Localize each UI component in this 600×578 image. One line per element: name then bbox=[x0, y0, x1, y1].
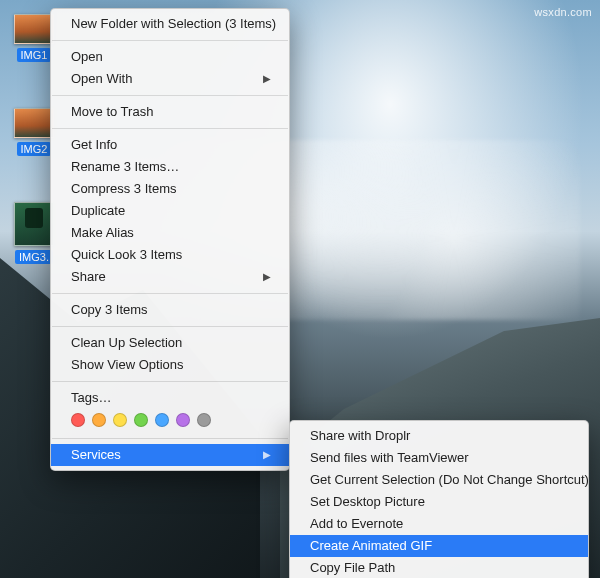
menu-copy[interactable]: Copy 3 Items bbox=[51, 299, 289, 321]
service-create-gif[interactable]: Create Animated GIF bbox=[290, 535, 588, 557]
menu-share[interactable]: Share▶ bbox=[51, 266, 289, 288]
menu-separator bbox=[52, 293, 288, 294]
menu-label: Duplicate bbox=[71, 202, 125, 220]
file-thumbnail bbox=[14, 202, 54, 246]
menu-label: Get Current Selection (Do Not Change Sho… bbox=[310, 471, 589, 489]
menu-label: Open With bbox=[71, 70, 132, 88]
menu-label: Set Desktop Picture bbox=[310, 493, 425, 511]
menu-label: Share bbox=[71, 268, 106, 286]
menu-label: Open bbox=[71, 48, 103, 66]
tag-dot-yellow[interactable] bbox=[113, 413, 127, 427]
menu-label: Move to Trash bbox=[71, 103, 153, 121]
file-label: IMG3. bbox=[15, 250, 53, 264]
context-menu: New Folder with Selection (3 Items) Open… bbox=[50, 8, 290, 471]
watermark-text: wsxdn.com bbox=[534, 6, 592, 18]
menu-label: Copy File Path bbox=[310, 559, 395, 577]
menu-label: Compress 3 Items bbox=[71, 180, 176, 198]
menu-label: Get Info bbox=[71, 136, 117, 154]
chevron-right-icon: ▶ bbox=[263, 446, 271, 464]
tag-dot-red[interactable] bbox=[71, 413, 85, 427]
file-thumbnail bbox=[14, 14, 54, 44]
menu-quick-look[interactable]: Quick Look 3 Items bbox=[51, 244, 289, 266]
service-set-desktop[interactable]: Set Desktop Picture bbox=[290, 491, 588, 513]
file-label: IMG1 bbox=[17, 48, 52, 62]
chevron-right-icon: ▶ bbox=[263, 70, 271, 88]
menu-view-options[interactable]: Show View Options bbox=[51, 354, 289, 376]
menu-open[interactable]: Open bbox=[51, 46, 289, 68]
menu-separator bbox=[52, 128, 288, 129]
menu-services[interactable]: Services▶ bbox=[51, 444, 289, 466]
tag-color-row bbox=[51, 409, 289, 433]
menu-label: Send files with TeamViewer bbox=[310, 449, 469, 467]
menu-duplicate[interactable]: Duplicate bbox=[51, 200, 289, 222]
menu-new-folder[interactable]: New Folder with Selection (3 Items) bbox=[51, 13, 289, 35]
service-get-selection[interactable]: Get Current Selection (Do Not Change Sho… bbox=[290, 469, 588, 491]
menu-move-to-trash[interactable]: Move to Trash bbox=[51, 101, 289, 123]
menu-tags[interactable]: Tags… bbox=[51, 387, 289, 409]
tag-dot-gray[interactable] bbox=[197, 413, 211, 427]
menu-label: New Folder with Selection (3 Items) bbox=[71, 15, 276, 33]
menu-label: Make Alias bbox=[71, 224, 134, 242]
menu-label: Quick Look 3 Items bbox=[71, 246, 182, 264]
menu-separator bbox=[52, 95, 288, 96]
menu-separator bbox=[52, 381, 288, 382]
menu-separator bbox=[52, 438, 288, 439]
menu-label: Clean Up Selection bbox=[71, 334, 182, 352]
service-share-droplr[interactable]: Share with Droplr bbox=[290, 425, 588, 447]
tag-dot-green[interactable] bbox=[134, 413, 148, 427]
menu-label: Share with Droplr bbox=[310, 427, 410, 445]
chevron-right-icon: ▶ bbox=[263, 268, 271, 286]
menu-label: Create Animated GIF bbox=[310, 537, 432, 555]
menu-open-with[interactable]: Open With▶ bbox=[51, 68, 289, 90]
menu-label: Services bbox=[71, 446, 121, 464]
menu-rename[interactable]: Rename 3 Items… bbox=[51, 156, 289, 178]
menu-get-info[interactable]: Get Info bbox=[51, 134, 289, 156]
menu-separator bbox=[52, 326, 288, 327]
tag-dot-blue[interactable] bbox=[155, 413, 169, 427]
services-submenu: Share with Droplr Send files with TeamVi… bbox=[289, 420, 589, 578]
menu-clean-up[interactable]: Clean Up Selection bbox=[51, 332, 289, 354]
desktop: wsxdn.com IMG1 IMG2 IMG3. New Folder wit… bbox=[0, 0, 600, 578]
file-thumbnail bbox=[14, 108, 54, 138]
menu-label: Copy 3 Items bbox=[71, 301, 148, 319]
menu-compress[interactable]: Compress 3 Items bbox=[51, 178, 289, 200]
menu-make-alias[interactable]: Make Alias bbox=[51, 222, 289, 244]
menu-label: Rename 3 Items… bbox=[71, 158, 179, 176]
service-copy-path[interactable]: Copy File Path bbox=[290, 557, 588, 578]
menu-label: Show View Options bbox=[71, 356, 184, 374]
tag-dot-purple[interactable] bbox=[176, 413, 190, 427]
menu-separator bbox=[52, 40, 288, 41]
service-teamviewer[interactable]: Send files with TeamViewer bbox=[290, 447, 588, 469]
service-evernote[interactable]: Add to Evernote bbox=[290, 513, 588, 535]
tag-dot-orange[interactable] bbox=[92, 413, 106, 427]
file-label: IMG2 bbox=[17, 142, 52, 156]
menu-label: Add to Evernote bbox=[310, 515, 403, 533]
menu-label: Tags… bbox=[71, 389, 111, 407]
